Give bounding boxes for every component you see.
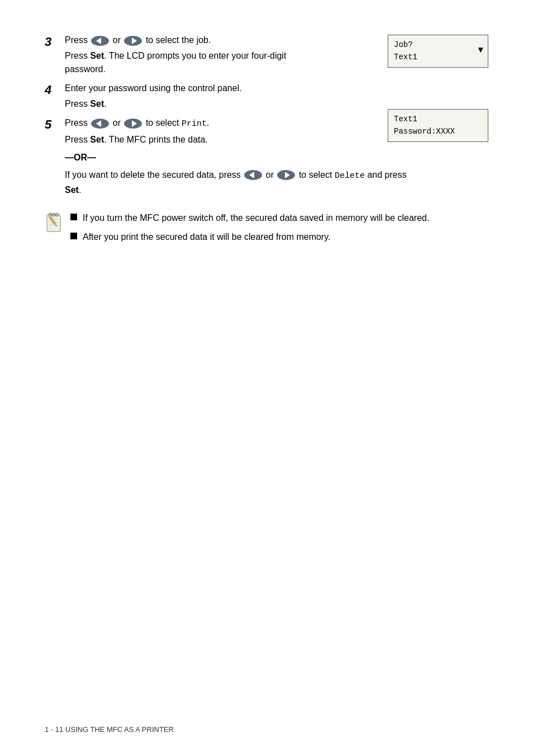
notes-block: If you turn the MFC power switch off, th…: [45, 211, 488, 249]
note-item-2: After you print the secured data it will…: [70, 230, 488, 244]
left-arrow-button-3[interactable]: [90, 35, 110, 47]
bullet-1: [70, 214, 77, 220]
lcd-display-2: Text1 Password:XXXX: [388, 109, 488, 142]
note-items: If you turn the MFC power switch off, th…: [70, 211, 488, 249]
step-3-text-rest: to select the job.: [146, 35, 211, 45]
step-4-content: Enter your password using the control pa…: [65, 82, 488, 113]
lcd1-line2: Text1: [394, 51, 468, 63]
footer: 1 - 11 USING THE MFC AS A PRINTER: [45, 725, 174, 734]
set-keyword-5a: Set: [90, 135, 104, 144]
lcd1-line1: Job?: [394, 39, 468, 51]
step-5-number: 5: [45, 116, 65, 132]
step-5-or-text: If you want to delete the secured data, …: [65, 168, 411, 197]
bullet-2: [70, 233, 77, 239]
page: Job? Text1 ▼ Text1 Password:XXXX 3 Press…: [0, 0, 533, 756]
lcd-scroll-arrow: ▼: [478, 44, 483, 59]
or-text-5: or: [113, 118, 123, 127]
left-arrow-button-5[interactable]: [90, 117, 110, 130]
left-arrow-button-5b[interactable]: [243, 169, 263, 181]
lcd-display-1: Job? Text1 ▼: [388, 35, 488, 68]
step-3-number: 3: [45, 34, 65, 49]
note-text-1: If you turn the MFC power switch off, th…: [83, 211, 429, 225]
right-arrow-button-5b[interactable]: [276, 169, 296, 181]
set-keyword-4: Set: [90, 99, 104, 108]
press-label-5: Press: [65, 118, 90, 127]
set-keyword-3a: Set: [90, 51, 104, 60]
print-code: Print: [182, 119, 207, 129]
right-arrow-button-5[interactable]: [123, 117, 143, 130]
note-icon: [45, 211, 65, 236]
delete-code: Delete: [335, 171, 365, 181]
or-text-3: or: [113, 35, 123, 45]
set-keyword-5b: Set: [65, 185, 79, 195]
step-3-line2: Press Set. The LCD prompts you to enter …: [65, 49, 305, 76]
footer-text: 1 - 11 USING THE MFC AS A PRINTER: [45, 725, 174, 734]
step-5-select-text: to select Print.: [146, 118, 210, 127]
right-arrow-button-3[interactable]: [123, 35, 143, 47]
or-text-5b: or: [266, 170, 277, 179]
lcd2-line2: Password:XXXX: [394, 125, 482, 138]
step-4-line1: Enter your password using the control pa…: [65, 82, 305, 95]
press-label-3: Press: [65, 35, 90, 45]
step-5-to-text: to select Delete and press Set.: [65, 170, 407, 195]
note-item-1: If you turn the MFC power switch off, th…: [70, 211, 488, 225]
notepad-icon: [45, 212, 63, 234]
lcd2-line1: Text1: [394, 113, 482, 125]
note-text-2: After you print the secured data it will…: [83, 230, 330, 244]
step-4-number: 4: [45, 82, 65, 97]
step-4: 4 Enter your password using the control …: [45, 82, 488, 113]
or-line: —OR—: [65, 151, 488, 164]
